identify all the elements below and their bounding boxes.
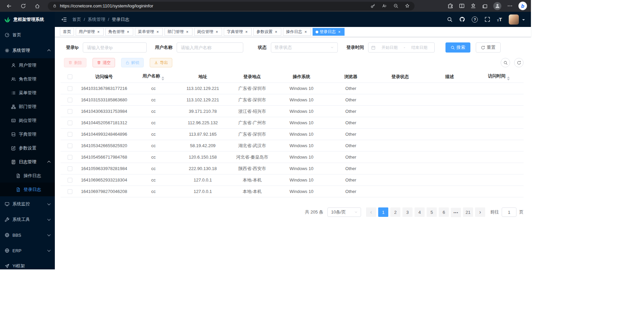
extensions-icon[interactable]: [448, 3, 453, 9]
address-bar[interactable]: https://ccnetcore.com:1101/system/log/lo…: [48, 2, 415, 10]
clear-button[interactable]: 清空: [93, 58, 115, 67]
sidebar-item-dict-mgmt[interactable]: 字典管理: [0, 127, 55, 141]
font-size-icon[interactable]: [497, 17, 502, 22]
favorites-icon[interactable]: [470, 3, 476, 9]
page-1-button[interactable]: 1: [378, 207, 388, 217]
export-button[interactable]: 导出: [150, 58, 172, 67]
browser-home-icon[interactable]: [32, 1, 42, 11]
bing-copilot-icon[interactable]: [518, 2, 527, 10]
read-aloud-icon[interactable]: [382, 3, 387, 8]
table-row[interactable]: 1641054566717984768cc120.6.150.158河北省-秦皇…: [61, 152, 524, 163]
refresh-table-button[interactable]: [514, 58, 524, 67]
user-avatar[interactable]: [509, 14, 519, 25]
sidebar-item-home[interactable]: 首页: [0, 27, 55, 43]
help-icon[interactable]: [472, 17, 478, 23]
user-name-input[interactable]: [177, 42, 243, 53]
github-icon[interactable]: [459, 17, 465, 22]
row-checkbox[interactable]: [68, 109, 72, 114]
split-screen-icon[interactable]: [459, 3, 465, 9]
tab-close-icon[interactable]: [96, 30, 101, 34]
login-time-range[interactable]: 开始日期 - 结束日期: [368, 42, 435, 53]
page-5-button[interactable]: 5: [427, 207, 437, 217]
toggle-search-button[interactable]: [501, 58, 510, 67]
row-checkbox[interactable]: [68, 166, 72, 171]
row-checkbox[interactable]: [68, 121, 72, 125]
page-2-button[interactable]: 2: [390, 207, 400, 217]
tab-param-settings[interactable]: 参数设置: [253, 28, 281, 36]
tab-dept-mgmt[interactable]: 部门管理: [165, 28, 192, 36]
row-checkbox[interactable]: [68, 189, 72, 194]
unlock-button[interactable]: 解锁: [121, 58, 144, 67]
status-select[interactable]: 登录状态: [271, 42, 338, 53]
sidebar-item-yi-framework[interactable]: Yi框架: [0, 258, 55, 269]
sort-icon[interactable]: [507, 76, 510, 80]
row-checkbox[interactable]: [68, 155, 72, 160]
tab-close-icon[interactable]: [215, 30, 219, 34]
sidebar-item-system-tools[interactable]: 系统工具: [0, 212, 55, 227]
browser-profile-icon[interactable]: [493, 2, 501, 10]
sidebar-item-post-mgmt[interactable]: 岗位管理: [0, 113, 55, 127]
tab-close-icon[interactable]: [155, 30, 160, 34]
sidebar-item-role-mgmt[interactable]: 角色管理: [0, 72, 55, 86]
next-page-button[interactable]: [475, 207, 485, 217]
add-favorite-icon[interactable]: [405, 3, 410, 8]
row-checkbox[interactable]: [68, 98, 72, 102]
fullscreen-icon[interactable]: [485, 17, 490, 22]
tab-close-icon[interactable]: [185, 30, 189, 34]
row-checkbox[interactable]: [68, 178, 72, 183]
zoom-icon[interactable]: [393, 3, 398, 8]
sidebar-item-log-mgmt[interactable]: 日志管理: [0, 155, 55, 169]
breadcrumb-home[interactable]: 首页: [72, 17, 81, 23]
tab-menu-mgmt[interactable]: 菜单管理: [135, 28, 163, 36]
back-icon[interactable]: [4, 1, 14, 11]
reset-button[interactable]: 重置: [476, 42, 501, 53]
tab-close-icon[interactable]: [244, 30, 249, 34]
prev-page-button[interactable]: [366, 207, 376, 217]
sidebar-item-param-settings[interactable]: 参数设置: [0, 141, 55, 155]
tab-login-log[interactable]: 登录日志: [313, 28, 345, 36]
browser-menu-icon[interactable]: [507, 3, 513, 9]
tab-close-icon[interactable]: [303, 30, 308, 34]
sidebar-item-dept-mgmt[interactable]: 部门管理: [0, 100, 55, 113]
page-21-button[interactable]: 21: [463, 207, 473, 217]
sort-icon[interactable]: [162, 76, 164, 80]
tab-close-icon[interactable]: [126, 30, 130, 34]
tab-close-icon[interactable]: [337, 30, 342, 34]
sidebar-item-menu-mgmt[interactable]: 菜单管理: [0, 86, 55, 100]
page-6-button[interactable]: 6: [439, 207, 449, 217]
sidebar-item-erp[interactable]: ERP: [0, 243, 55, 258]
page-size-select[interactable]: 10条/页: [327, 207, 361, 217]
row-checkbox[interactable]: [68, 86, 72, 91]
sidebar-item-login-log[interactable]: 登录日志: [0, 183, 55, 196]
page-4-button[interactable]: 4: [415, 207, 425, 217]
goto-page-input[interactable]: [502, 207, 516, 217]
table-row[interactable]: 1641069798270046208cc127.0.0.1本地-本机Windo…: [61, 186, 524, 197]
password-key-icon[interactable]: [370, 3, 375, 8]
table-row[interactable]: 1641069652933218304cc127.0.0.1本地-本机Windo…: [61, 174, 524, 186]
table-row[interactable]: 1641031533185863680cc113.102.129.221广东省-…: [61, 94, 524, 106]
sidebar-item-user-mgmt[interactable]: 用户管理: [0, 58, 55, 72]
tab-dict-mgmt[interactable]: 字典管理: [224, 28, 252, 36]
select-all-checkbox[interactable]: [68, 74, 72, 79]
table-row[interactable]: 1641044520567181312cc112.96.225.132广东省-广…: [61, 117, 524, 129]
sidebar-item-system-monitor[interactable]: 系统监控: [0, 196, 55, 212]
collections-icon[interactable]: [482, 3, 488, 9]
page-3-button[interactable]: 3: [402, 207, 413, 217]
sidebar-item-bbs[interactable]: BBS: [0, 227, 55, 243]
table-row[interactable]: 1641053426655825920cc58.19.42.209湖北省-武汉市…: [61, 140, 524, 152]
table-row[interactable]: 1641031367863177216cc113.102.129.221广东省-…: [61, 83, 524, 94]
table-row[interactable]: 1641044993248464896cc113.87.92.165广东省-深圳…: [61, 129, 524, 140]
sidebar-item-system-mgmt[interactable]: 系统管理: [0, 43, 55, 58]
reload-icon[interactable]: [18, 1, 28, 11]
tab-operation-log[interactable]: 操作日志: [283, 28, 311, 36]
tab-home[interactable]: 首页: [60, 28, 74, 36]
tab-user-mgmt[interactable]: 用户管理: [76, 28, 104, 36]
tab-post-mgmt[interactable]: 岗位管理: [194, 28, 222, 36]
header-search-icon[interactable]: [447, 17, 453, 22]
tab-close-icon[interactable]: [274, 30, 278, 34]
table-row[interactable]: 1641043063331753984cc39.171.210.78浙江省-绍兴…: [61, 106, 524, 117]
sidebar-item-operation-log[interactable]: 操作日志: [0, 169, 55, 183]
delete-button[interactable]: 删除: [64, 58, 86, 67]
pagination-more-button[interactable]: •••: [451, 208, 461, 217]
row-checkbox[interactable]: [68, 143, 72, 148]
